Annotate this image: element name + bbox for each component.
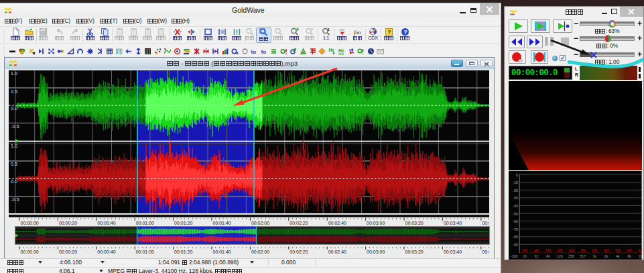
svg-text:258: 258 bbox=[568, 254, 574, 258]
svg-text:32: 32 bbox=[535, 254, 539, 258]
svg-text:-80: -80 bbox=[513, 235, 518, 239]
svg-text:00:03:40: 00:03:40 bbox=[444, 250, 462, 254]
svg-text:100: 100 bbox=[557, 248, 563, 252]
svg-text:-0.5: -0.5 bbox=[11, 123, 19, 129]
svg-text:100: 100 bbox=[603, 248, 609, 252]
svg-text:0.0: 0.0 bbox=[11, 178, 17, 184]
svg-text:16k: 16k bbox=[638, 254, 641, 258]
svg-text:00:02:40: 00:02:40 bbox=[328, 221, 346, 225]
svg-text:0.5: 0.5 bbox=[11, 160, 17, 166]
svg-text:100: 100 bbox=[615, 248, 621, 252]
svg-text:00:00:40: 00:00:40 bbox=[97, 250, 115, 254]
svg-text:129: 129 bbox=[557, 254, 563, 258]
svg-text:00:00:00: 00:00:00 bbox=[21, 221, 39, 225]
svg-text:1k: 1k bbox=[592, 254, 596, 258]
svg-text:00:03:20: 00:03:20 bbox=[405, 250, 424, 254]
svg-text:00:03:40: 00:03:40 bbox=[444, 221, 462, 225]
svg-text:100: 100 bbox=[568, 248, 574, 252]
svg-text:100: 100 bbox=[545, 248, 552, 252]
svg-text:00:01:20: 00:01:20 bbox=[174, 221, 192, 225]
svg-text:00:03:20: 00:03:20 bbox=[405, 221, 424, 225]
svg-text:Hz: Hz bbox=[338, 48, 344, 53]
svg-text:100: 100 bbox=[533, 248, 539, 252]
svg-text:1: 1 bbox=[328, 28, 330, 32]
svg-text:100: 100 bbox=[592, 248, 598, 252]
svg-text:-30: -30 bbox=[513, 196, 518, 200]
svg-text:00:03:00: 00:03:00 bbox=[367, 250, 385, 254]
svg-text:Hz: Hz bbox=[328, 48, 334, 52]
svg-text:-70: -70 bbox=[513, 227, 518, 231]
svg-text:00:02:40: 00:02:40 bbox=[328, 250, 346, 254]
svg-text:00:01:40: 00:01:40 bbox=[213, 221, 231, 225]
svg-text:00:03:00: 00:03:00 bbox=[367, 221, 385, 225]
svg-text:1.0: 1.0 bbox=[11, 70, 17, 76]
svg-text:-40: -40 bbox=[513, 204, 518, 208]
svg-text:0.0: 0.0 bbox=[11, 105, 17, 111]
svg-text:0: 0 bbox=[516, 173, 518, 177]
svg-text:64: 64 bbox=[546, 254, 550, 258]
svg-text:-0.5: -0.5 bbox=[11, 196, 19, 202]
svg-text:to: to bbox=[251, 49, 257, 55]
svg-text:00:02:00: 00:02:00 bbox=[251, 250, 269, 254]
svg-text:00:01:00: 00:01:00 bbox=[136, 250, 154, 254]
svg-text:517: 517 bbox=[580, 254, 586, 258]
svg-text:00:02:20: 00:02:20 bbox=[289, 221, 308, 225]
svg-text:16: 16 bbox=[523, 254, 527, 258]
svg-text:100: 100 bbox=[638, 248, 641, 252]
svg-text:00:02:00: 00:02:00 bbox=[251, 221, 269, 225]
svg-text:2k: 2k bbox=[604, 254, 608, 258]
svg-text:-90: -90 bbox=[513, 243, 518, 247]
svg-text:00:00:40: 00:00:40 bbox=[97, 221, 115, 225]
svg-text:-10: -10 bbox=[513, 180, 518, 184]
svg-text:100: 100 bbox=[580, 248, 586, 252]
svg-text:00:04:0: 00:04:0 bbox=[482, 221, 489, 225]
svg-text:100: 100 bbox=[627, 248, 633, 252]
svg-text:-100: -100 bbox=[511, 254, 518, 258]
svg-text:-60: -60 bbox=[513, 219, 518, 223]
svg-text:100: 100 bbox=[522, 248, 528, 252]
svg-text:fo: fo bbox=[261, 49, 266, 55]
svg-text:4k: 4k bbox=[616, 254, 620, 258]
svg-text:00:01:40: 00:01:40 bbox=[213, 250, 231, 254]
svg-text:00:00:20: 00:00:20 bbox=[59, 250, 77, 254]
svg-text:-20: -20 bbox=[513, 188, 518, 193]
svg-text:00:00:00: 00:00:00 bbox=[21, 250, 39, 254]
svg-text:8k: 8k bbox=[627, 254, 631, 258]
svg-text:1.0: 1.0 bbox=[11, 143, 17, 149]
svg-text:00:01:20: 00:01:20 bbox=[174, 250, 192, 254]
svg-text:00:00:20: 00:00:20 bbox=[59, 221, 77, 225]
svg-text:00:04:0: 00:04:0 bbox=[482, 250, 489, 254]
svg-text:-50: -50 bbox=[513, 212, 518, 216]
svg-text:00:01:00: 00:01:00 bbox=[136, 221, 154, 225]
svg-text:00:02:20: 00:02:20 bbox=[289, 250, 308, 254]
svg-text:0.5: 0.5 bbox=[11, 88, 17, 94]
svg-text:foo: foo bbox=[354, 29, 361, 36]
